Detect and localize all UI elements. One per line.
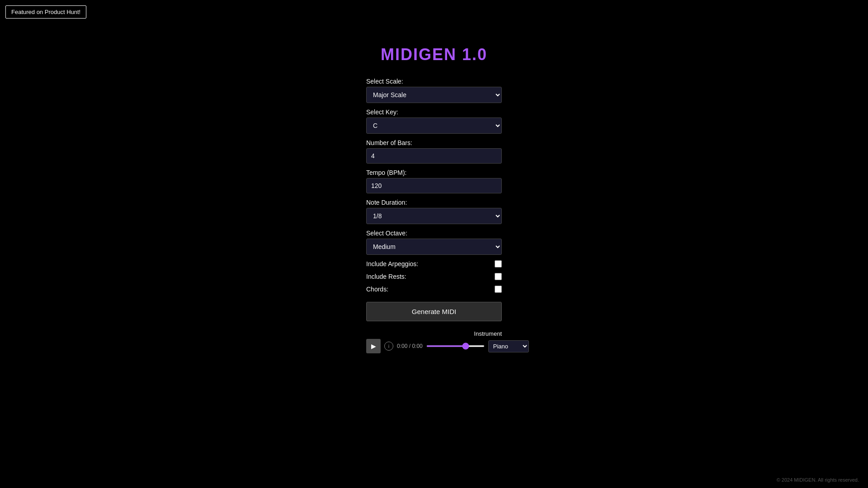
arpeggios-label: Include Arpeggios:	[366, 260, 418, 267]
arpeggios-group: Include Arpeggios:	[366, 260, 502, 267]
scale-field-group: Select Scale: Major Scale Minor Scale Pe…	[366, 78, 502, 103]
chords-checkbox[interactable]	[495, 286, 502, 293]
player-container: Instrument ▶ i 0:00 / 0:00 Piano	[366, 330, 502, 353]
tempo-label: Tempo (BPM):	[366, 169, 502, 176]
tempo-field-group: Tempo (BPM):	[366, 169, 502, 193]
time-current: 0:00	[397, 343, 407, 349]
play-icon: ▶	[371, 343, 376, 350]
info-icon[interactable]: i	[384, 342, 393, 351]
bars-field-group: Number of Bars:	[366, 139, 502, 164]
chords-label: Chords:	[366, 286, 388, 293]
main-container: MIDIGEN 1.0 Select Scale: Major Scale Mi…	[0, 0, 868, 353]
play-button[interactable]: ▶	[366, 339, 381, 353]
volume-slider[interactable]	[426, 345, 485, 347]
form-container: Select Scale: Major Scale Minor Scale Pe…	[366, 78, 502, 353]
rests-checkbox[interactable]	[495, 273, 502, 280]
time-separator: /	[409, 343, 410, 349]
note-duration-select[interactable]: 1/8 1/4 1/2 1/1 1/16	[366, 208, 502, 224]
arpeggios-checkbox[interactable]	[495, 260, 502, 267]
key-field-group: Select Key: C C# D D# E F F# G G# A A# B	[366, 108, 502, 134]
scale-label: Select Scale:	[366, 78, 502, 85]
note-duration-label: Note Duration:	[366, 199, 502, 206]
product-hunt-badge[interactable]: Featured on Product Hunt!	[5, 5, 86, 19]
rests-group: Include Rests:	[366, 273, 502, 280]
footer: © 2024 MIDIGEN. All rights reserved.	[777, 477, 859, 483]
instrument-select[interactable]: Piano Guitar Violin Flute Synth	[488, 340, 529, 352]
octave-label: Select Octave:	[366, 230, 502, 237]
octave-select[interactable]: Low Medium High	[366, 239, 502, 255]
key-label: Select Key:	[366, 108, 502, 116]
time-total: 0:00	[412, 343, 422, 349]
bars-label: Number of Bars:	[366, 139, 502, 146]
player-row: ▶ i 0:00 / 0:00 Piano Guitar Violin Flut…	[366, 339, 502, 353]
app-title: MIDIGEN 1.0	[381, 45, 487, 64]
scale-select[interactable]: Major Scale Minor Scale Pentatonic Blues…	[366, 87, 502, 103]
chords-group: Chords:	[366, 286, 502, 293]
key-select[interactable]: C C# D D# E F F# G G# A A# B	[366, 117, 502, 134]
tempo-input[interactable]	[366, 178, 502, 193]
generate-midi-button[interactable]: Generate MIDI	[366, 302, 502, 321]
instrument-label: Instrument	[474, 330, 502, 337]
octave-field-group: Select Octave: Low Medium High	[366, 230, 502, 255]
rests-label: Include Rests:	[366, 273, 406, 280]
bars-input[interactable]	[366, 148, 502, 164]
note-duration-field-group: Note Duration: 1/8 1/4 1/2 1/1 1/16	[366, 199, 502, 224]
time-display: 0:00 / 0:00	[397, 343, 423, 349]
